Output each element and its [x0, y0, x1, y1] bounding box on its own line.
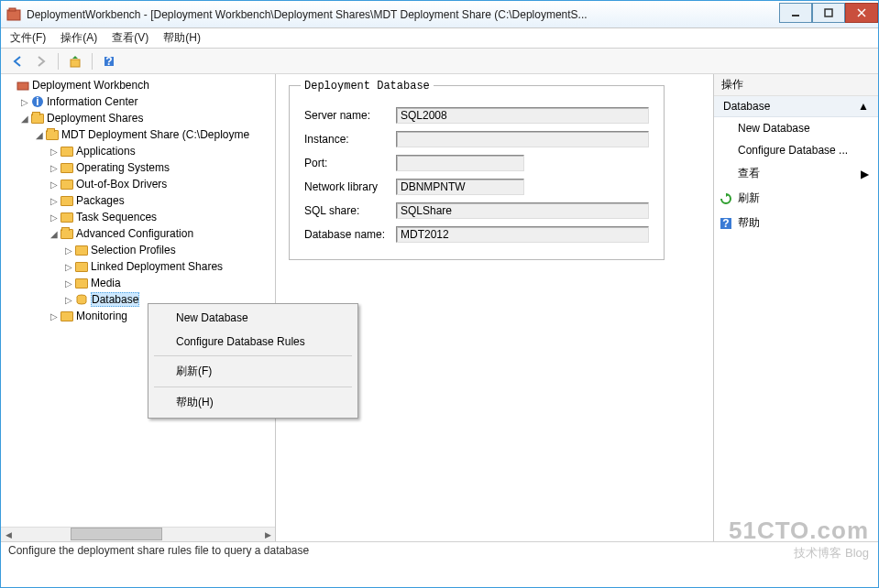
- tree-drivers[interactable]: ▷Out-of-Box Drivers: [5, 176, 275, 192]
- ctx-help[interactable]: 帮助(H): [150, 389, 356, 416]
- close-button[interactable]: [845, 3, 878, 23]
- ctx-new-database[interactable]: New Database: [150, 306, 356, 330]
- server-label: Server name:: [304, 109, 396, 122]
- dbname-value: MDT2012: [396, 226, 649, 243]
- folder-icon: [60, 144, 74, 158]
- svg-rect-6: [71, 60, 80, 67]
- instance-label: Instance:: [304, 133, 396, 146]
- forward-button[interactable]: [32, 52, 50, 71]
- folder-icon: [60, 177, 74, 191]
- action-view[interactable]: 查看▶: [714, 161, 878, 186]
- tree-deployment-shares[interactable]: ◢Deployment Shares: [5, 110, 275, 126]
- svg-text:?: ?: [722, 218, 729, 229]
- collapse-icon: ▲: [858, 100, 869, 113]
- tree-selection-profiles[interactable]: ▷Selection Profiles: [5, 242, 275, 258]
- horizontal-scrollbar[interactable]: ◀▶: [1, 527, 275, 541]
- port-value: [396, 155, 524, 171]
- svg-text:i: i: [36, 95, 38, 108]
- fieldset-legend: Deployment Database: [301, 80, 434, 93]
- folder-icon: [74, 259, 89, 274]
- menu-bar: 文件(F) 操作(A) 查看(V) 帮助(H): [1, 28, 878, 49]
- svg-text:?: ?: [105, 55, 112, 68]
- share-value: SQLShare: [396, 202, 649, 219]
- menu-separator: [154, 355, 352, 356]
- ctx-refresh[interactable]: 刷新(F): [150, 358, 356, 385]
- back-button[interactable]: [8, 52, 27, 71]
- netlib-value: DBNMPNTW: [396, 179, 524, 195]
- svg-rect-1: [9, 8, 16, 11]
- refresh-icon: [720, 192, 732, 205]
- dbname-label: Database name:: [304, 228, 396, 241]
- tree-root[interactable]: Deployment Workbench: [5, 77, 275, 93]
- folder-icon: [60, 210, 74, 224]
- tree-media[interactable]: ▷Media: [5, 275, 275, 291]
- action-refresh[interactable]: 刷新: [714, 186, 878, 211]
- toolbar: ?: [1, 49, 878, 74]
- action-help[interactable]: ?帮助: [714, 211, 878, 235]
- menu-separator: [154, 387, 352, 387]
- menu-action[interactable]: 操作(A): [60, 30, 97, 46]
- menu-file[interactable]: 文件(F): [10, 30, 46, 46]
- folder-icon: [74, 243, 89, 257]
- action-new-database[interactable]: New Database: [714, 117, 878, 139]
- tree-advanced-config[interactable]: ◢Advanced Configuration: [5, 225, 275, 242]
- tree-linked-shares[interactable]: ▷Linked Deployment Shares: [5, 258, 275, 275]
- menu-help[interactable]: 帮助(H): [163, 30, 201, 46]
- database-fieldset: Deployment Database Server name:SQL2008 …: [289, 85, 665, 260]
- tree-operating-systems[interactable]: ▷Operating Systems: [5, 159, 275, 176]
- tree-applications[interactable]: ▷Applications: [5, 143, 275, 159]
- menu-view[interactable]: 查看(V): [112, 30, 148, 46]
- maximize-button[interactable]: [812, 3, 845, 23]
- actions-group-header[interactable]: Database ▲: [714, 96, 878, 117]
- window-title: DeploymentWorkbench - [Deployment Workbe…: [27, 8, 779, 21]
- port-label: Port:: [304, 157, 396, 169]
- database-icon: [74, 292, 89, 307]
- tree-info-center[interactable]: ▷iInformation Center: [5, 93, 275, 110]
- help-button[interactable]: ?: [100, 52, 118, 71]
- server-value: SQL2008: [396, 107, 649, 124]
- ctx-configure-rules[interactable]: Configure Database Rules: [150, 330, 356, 354]
- help-icon: ?: [720, 217, 732, 230]
- folder-icon: [60, 309, 74, 323]
- info-icon: i: [30, 94, 45, 109]
- instance-value: [396, 131, 649, 147]
- tree-packages[interactable]: ▷Packages: [5, 192, 275, 209]
- app-icon: [6, 7, 21, 22]
- workbench-icon: [16, 78, 30, 93]
- folder-icon: [45, 127, 60, 142]
- minimize-button[interactable]: [779, 3, 812, 23]
- tree-task-sequences[interactable]: ▷Task Sequences: [5, 209, 275, 225]
- svg-rect-9: [17, 82, 28, 90]
- context-menu: New Database Configure Database Rules 刷新…: [148, 303, 358, 419]
- status-bar: Configure the deployment share rules fil…: [1, 541, 878, 560]
- folder-icon: [30, 111, 45, 125]
- share-label: SQL share:: [304, 204, 396, 217]
- actions-header: 操作: [714, 74, 878, 96]
- action-configure-database[interactable]: Configure Database ...: [714, 139, 878, 161]
- folder-icon: [60, 193, 74, 208]
- netlib-label: Network library: [304, 180, 396, 193]
- folder-icon: [60, 226, 74, 241]
- tree-mdt-share[interactable]: ◢MDT Deployment Share (C:\Deployme: [5, 126, 275, 143]
- title-bar: DeploymentWorkbench - [Deployment Workbe…: [1, 1, 878, 28]
- folder-icon: [74, 276, 89, 290]
- actions-pane: 操作 Database ▲ New Database Configure Dat…: [713, 74, 878, 541]
- svg-rect-0: [7, 10, 20, 20]
- up-button[interactable]: [66, 52, 84, 71]
- chevron-right-icon: ▶: [861, 168, 869, 180]
- svg-rect-3: [825, 9, 832, 16]
- folder-icon: [60, 160, 74, 175]
